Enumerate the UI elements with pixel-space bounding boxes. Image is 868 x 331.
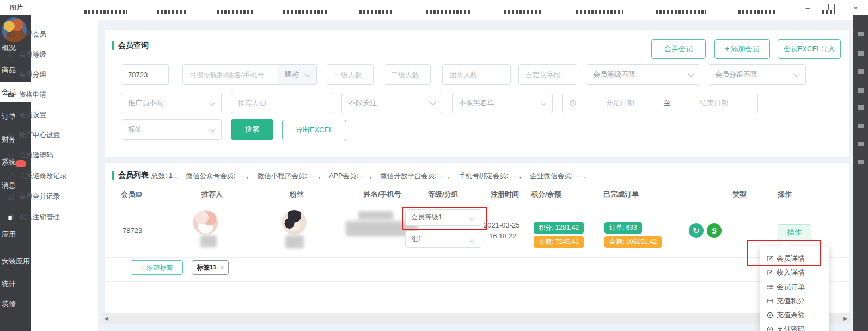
table-divider xyxy=(105,257,849,258)
menu-item-label: 充值积分 xyxy=(777,296,805,306)
clipped-nav-fragment xyxy=(426,10,472,14)
chevron-down-icon xyxy=(793,71,799,77)
sidebar-item-apps[interactable]: 应用 xyxy=(0,229,31,240)
sidebar-item-account-cancellation[interactable]: 账号注销管理 xyxy=(0,208,67,226)
maximize-icon xyxy=(828,4,835,10)
row-member-group-value: 组1 xyxy=(411,235,421,244)
stat-official-account: 微信公众号会员: ---， xyxy=(186,171,250,181)
chevron-down-icon xyxy=(430,99,436,105)
table-divider xyxy=(105,204,849,204)
table-divider xyxy=(105,281,849,282)
row-member-group-select[interactable]: 组1 xyxy=(405,231,481,248)
tag-close-icon[interactable]: × xyxy=(220,263,224,272)
add-tag-button[interactable]: + 添加标签 xyxy=(131,260,183,275)
clipped-text-fragment xyxy=(858,32,864,36)
points-badge: 积分: 1281.42 xyxy=(534,222,584,234)
redacted-fan-name xyxy=(285,235,304,248)
sidebar-item-install-apps[interactable]: 安装应用 xyxy=(0,256,31,267)
sidebar-item-member-groups[interactable]: AZ 会员分组 xyxy=(0,65,67,84)
sidebar-item-member-settings[interactable]: 会员设置 xyxy=(0,106,67,124)
menu-item-member-orders[interactable]: 会员订单 xyxy=(760,280,829,294)
row-action-button[interactable]: 操作 xyxy=(778,224,811,240)
member-group-select[interactable]: 会员分组不限 xyxy=(708,64,806,85)
chevron-down-icon xyxy=(469,214,475,220)
chevron-down-icon xyxy=(540,99,546,105)
menu-label: 会员设置 xyxy=(19,111,46,120)
sidebar-item-member-levels[interactable]: 会员等级 xyxy=(0,45,67,64)
column-header-referrer: 推荐人 xyxy=(201,189,223,199)
team-count-input[interactable] xyxy=(442,64,511,85)
add-member-button[interactable]: + 添加会员 xyxy=(714,39,770,59)
card-icon xyxy=(767,298,773,304)
member-excel-import-button[interactable]: 会员EXCEL导入 xyxy=(778,39,841,59)
second-level-count-input[interactable] xyxy=(384,64,431,85)
menu-label: 资格申请 xyxy=(19,90,46,100)
promoter-select[interactable]: 推广员不限 xyxy=(121,93,222,113)
keyword-field-select[interactable]: 昵称 xyxy=(278,64,317,85)
column-header-points-balance: 积分/余额 xyxy=(531,189,561,199)
scroll-right-icon[interactable]: ▶ xyxy=(843,316,847,321)
svg-text:¥: ¥ xyxy=(769,314,771,317)
sidebar-item-promotion-settings[interactable]: 推广中心设置 xyxy=(0,126,67,144)
clipped-nav-fragment xyxy=(576,10,623,14)
section-accent-bar xyxy=(112,41,114,50)
tag-chip: 标签11 × xyxy=(192,260,229,275)
member-id-input[interactable] xyxy=(121,64,169,85)
stat-work-wechat: 企业微信会员: ---， xyxy=(530,171,589,181)
row-member-level-value: 会员等级1. xyxy=(411,213,444,222)
follow-select[interactable]: 不限关注 xyxy=(341,93,442,113)
first-level-count-input[interactable] xyxy=(327,64,374,85)
search-button[interactable]: 搜索 xyxy=(231,119,273,140)
menu-item-recharge-points[interactable]: 充值积分 xyxy=(760,294,829,308)
menu-label: 会员合并记录 xyxy=(19,192,60,201)
menu-item-income-detail[interactable]: 收入详情 xyxy=(760,266,829,280)
menu-item-pay-password[interactable]: ¥ 支付密码 xyxy=(760,322,829,331)
copy-icon xyxy=(7,213,15,221)
sidebar-item-merge-records[interactable]: 会员合并记录 xyxy=(0,187,67,206)
maximize-button[interactable] xyxy=(827,4,836,12)
merge-members-button[interactable]: 合并会员 xyxy=(651,39,706,59)
sidebar-item-decoration[interactable]: 装修 xyxy=(0,298,31,309)
menu-item-label: 会员订单 xyxy=(777,282,805,292)
chevron-down-icon xyxy=(469,236,475,242)
sidebar-item-relation-records[interactable]: 关系链修改记录 xyxy=(0,167,67,185)
close-button[interactable]: × xyxy=(851,4,860,12)
menu-item-member-detail[interactable]: 会员详情 xyxy=(760,252,829,266)
edit-icon xyxy=(767,269,773,276)
folder-check-icon xyxy=(7,91,15,99)
menu-item-recharge-balance[interactable]: ¥ 充值余额 xyxy=(760,308,829,322)
blacklist-select[interactable]: 不限黑名单 xyxy=(452,93,553,113)
minimize-button[interactable]: – xyxy=(803,4,812,12)
follow-value: 不限关注 xyxy=(349,98,377,108)
gear-icon xyxy=(7,131,15,139)
date-start-placeholder[interactable]: 开始日期 xyxy=(577,98,664,108)
sidebar-item-all-members[interactable]: 全部会员 xyxy=(0,25,67,44)
stat-app: APP会员: ---， xyxy=(329,171,374,181)
link-icon xyxy=(7,172,15,180)
horizontal-scrollbar[interactable]: ◀ ▶ xyxy=(101,313,851,324)
chevron-down-icon xyxy=(688,71,694,77)
stat-total: 总数: 1， xyxy=(151,171,179,181)
keyword-input[interactable] xyxy=(182,64,278,85)
sort-level-icon xyxy=(7,51,15,58)
row-member-level-select[interactable]: 会员等级1. xyxy=(405,209,481,226)
clipped-nav-fragment xyxy=(217,10,253,14)
tag-select[interactable]: 标签 xyxy=(121,119,222,140)
clipped-text-fragment xyxy=(858,88,864,93)
sidebar-item-invite-code[interactable]: 会员邀请码 xyxy=(0,146,67,164)
sidebar-item-statistics[interactable]: 统计 xyxy=(0,279,31,290)
date-end-placeholder[interactable]: 结束日期 xyxy=(671,98,758,108)
custom-field-input[interactable] xyxy=(518,64,577,85)
referrer-id-input[interactable] xyxy=(231,93,332,113)
export-excel-button[interactable]: 导出EXCEL xyxy=(282,120,346,140)
scroll-left-icon[interactable]: ◀ xyxy=(105,316,108,321)
users-icon xyxy=(7,30,15,38)
member-stats: 总数: 1， 微信公众号会员: ---， 微信小程序会员: ---， APP会员… xyxy=(151,171,589,181)
member-level-select[interactable]: 会员等级不限 xyxy=(586,64,700,85)
sidebar-item-qualification[interactable]: 资格申请 xyxy=(0,85,67,104)
menu-item-label: 会员详情 xyxy=(777,254,805,263)
date-range-picker[interactable]: 开始日期 至 结束日期 xyxy=(562,93,758,113)
stat-phone-bound: 手机号绑定会员: ---， xyxy=(459,171,523,181)
clipped-nav-fragment xyxy=(283,10,327,14)
column-header-register-time: 注册时间 xyxy=(491,189,519,199)
